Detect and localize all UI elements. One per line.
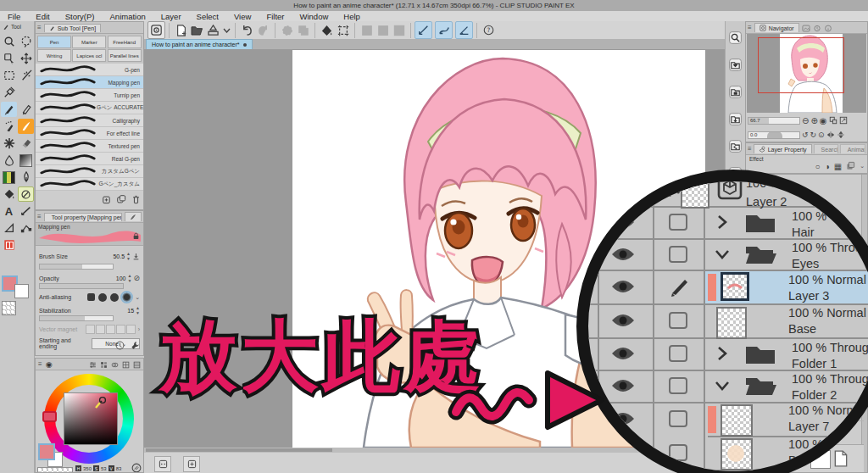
search-layer-tab[interactable]: Search Layer [814, 144, 838, 153]
panel-menu-icon[interactable]: ≡ [38, 360, 42, 368]
quick-import-folder-icon[interactable] [729, 113, 742, 129]
information-tab-icon[interactable] [824, 20, 832, 36]
brush-size-spinner[interactable]: ▲▼ [126, 251, 131, 261]
quick-save-folder-icon[interactable] [729, 86, 742, 102]
flip-horizontal-icon[interactable] [826, 127, 835, 142]
menu-item[interactable]: Help [336, 12, 368, 21]
connector-tool-icon[interactable] [18, 220, 34, 236]
open-file-icon[interactable] [189, 22, 205, 38]
itembank-tab-icon[interactable] [813, 20, 821, 36]
sub-tool-group-tab[interactable]: Parallel lines [108, 49, 142, 62]
pen-tool-icon[interactable] [1, 102, 17, 117]
transparent-chip[interactable] [37, 467, 73, 473]
stabilization-value[interactable]: 15 [127, 308, 134, 314]
vm-box[interactable] [126, 325, 136, 334]
panel-menu-icon[interactable]: ≡ [748, 145, 752, 153]
menu-item[interactable]: Select [189, 12, 226, 21]
delete-subtool-icon[interactable] [131, 192, 141, 208]
help-icon[interactable]: ? [481, 22, 497, 38]
frame-border-icon[interactable] [391, 22, 407, 38]
vm-expand-icon[interactable]: › [138, 326, 140, 332]
brush-detail-tab[interactable] [125, 212, 142, 221]
wrench-icon[interactable] [131, 338, 140, 353]
navigator-tab[interactable]: Navigator [754, 23, 799, 32]
color-mode-toggle-icon[interactable] [131, 461, 142, 473]
fill-bucket-icon[interactable] [319, 22, 335, 38]
rotate-right-icon[interactable]: ↻ [810, 131, 817, 139]
blend-tool-icon[interactable] [1, 153, 17, 168]
opacity-spinner[interactable]: ▲▼ [128, 273, 132, 283]
brush-list-item[interactable]: Textured pen [36, 140, 143, 153]
reset-rotation-icon[interactable]: ⊙ [818, 131, 825, 139]
border-effect-icon[interactable]: ○ [815, 162, 821, 171]
zoom-out-icon[interactable]: ⊖ [802, 116, 809, 125]
export-icon[interactable] [205, 22, 221, 38]
sv-square[interactable] [64, 392, 118, 445]
zoom-slider[interactable]: 66.7 [748, 117, 800, 125]
menu-item[interactable]: Animation [103, 12, 153, 21]
decoration-tool-icon[interactable] [1, 136, 17, 151]
halftone-icon[interactable] [375, 22, 391, 38]
sub-tool-group-tab[interactable]: Writing [37, 49, 71, 62]
fit-screen-button[interactable] [183, 456, 200, 472]
hue-marker[interactable] [42, 411, 57, 422]
vm-box[interactable] [106, 325, 115, 334]
sub-tool-group-tab[interactable]: Pen [37, 36, 71, 48]
undo-icon[interactable] [239, 22, 255, 38]
stabilization-spinner[interactable]: ▲▼ [136, 305, 140, 315]
export-chevron-icon[interactable] [221, 22, 231, 38]
brush-list-item[interactable]: Calligraphy [36, 114, 143, 127]
gradient-tool-icon[interactable] [18, 153, 34, 168]
opacity-value[interactable]: 100 [116, 275, 126, 281]
correct-line-tool-icon[interactable] [18, 186, 34, 202]
flip-view-button[interactable] [154, 456, 171, 472]
vm-box[interactable] [116, 325, 125, 334]
fit-area-icon[interactable] [839, 113, 848, 128]
opacity-mode-icon[interactable]: ⊘ [133, 274, 140, 282]
eraser-tool-icon[interactable] [18, 136, 34, 151]
tab-modified-dot[interactable] [243, 43, 247, 47]
main-color-chip[interactable] [38, 443, 55, 460]
approx-color-tab-icon[interactable] [133, 358, 141, 372]
lock-icon[interactable] [132, 228, 140, 243]
color-mixing-tab-icon[interactable] [111, 358, 119, 372]
csp-logo-icon[interactable] [147, 21, 165, 39]
zoom-in-icon[interactable]: ⊕ [810, 116, 817, 125]
rotate-left-icon[interactable]: ↺ [802, 131, 809, 139]
aa-strong-option[interactable] [122, 292, 131, 302]
vm-box[interactable] [86, 325, 95, 334]
sub-tool-group-tab[interactable]: Lapices ocl [72, 49, 106, 62]
layer-property-tab[interactable]: Layer Property [754, 144, 812, 153]
auto-select-tool-icon[interactable] [18, 68, 34, 83]
subview-tab-icon[interactable] [802, 20, 810, 36]
brush-tool-icon[interactable] [18, 119, 34, 134]
paper-layer-icon[interactable] [834, 450, 848, 470]
panel-menu-icon[interactable]: ≡ [37, 24, 42, 31]
menu-item[interactable]: View [226, 12, 259, 21]
aa-chevron-icon[interactable]: ⌄ [135, 294, 140, 301]
menu-item[interactable]: Layer [153, 12, 189, 21]
mask-icon[interactable] [359, 22, 375, 38]
move-tool-icon[interactable] [18, 51, 34, 66]
sub-tool-group-tab[interactable]: FreeHand [108, 36, 142, 48]
quick-material-folder-icon[interactable] [729, 140, 742, 156]
rect-select-tool-icon[interactable] [1, 68, 17, 83]
color-set-tab-icon[interactable] [100, 358, 108, 372]
brush-list-item[interactable]: Mapping pen [36, 76, 143, 89]
new-document-icon[interactable] [173, 22, 189, 38]
reset-settings-icon[interactable] [115, 338, 125, 353]
layer-color-effect-icon[interactable] [846, 159, 855, 174]
navigator-preview[interactable] [747, 34, 866, 113]
vm-box[interactable] [96, 325, 105, 334]
panel-menu-icon[interactable]: ≡ [37, 213, 42, 220]
eyedropper-tool-icon[interactable] [1, 85, 17, 100]
duplicate-subtool-icon[interactable] [117, 192, 126, 208]
snap-grid-icon[interactable] [455, 21, 473, 39]
airbrush-tool-icon[interactable] [1, 119, 17, 134]
panel-menu-icon[interactable]: ≡ [748, 24, 752, 31]
color-slider-tab-icon[interactable] [89, 358, 97, 372]
navigator-view-rect[interactable] [758, 37, 844, 93]
add-subtool-icon[interactable] [103, 192, 112, 208]
brush-size-dropper-icon[interactable] [132, 248, 140, 264]
object-tool-icon[interactable] [1, 51, 17, 66]
